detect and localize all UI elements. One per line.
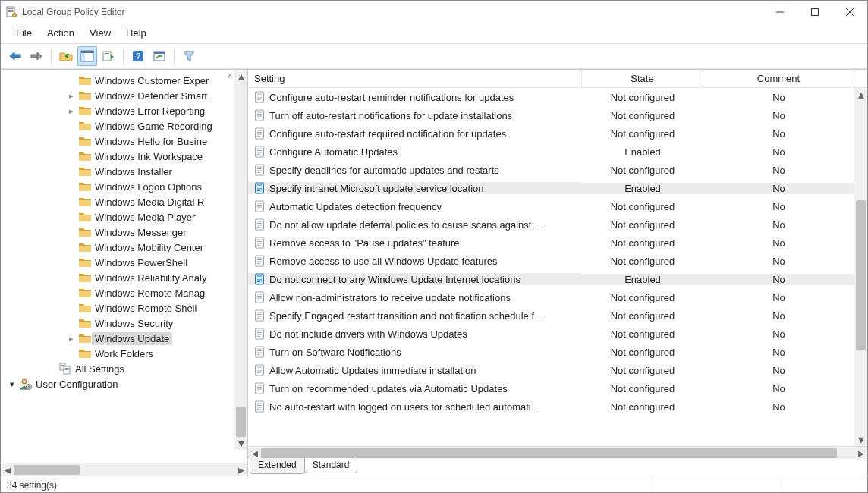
tree-horizontal-scrollbar[interactable]: ◂ ▸ [1, 463, 247, 476]
expander-collapsed-icon[interactable]: ▸ [64, 106, 78, 116]
policy-row[interactable]: Do not connect to any Windows Update Int… [248, 270, 854, 288]
tab-standard[interactable]: Standard [304, 458, 358, 473]
tree-item[interactable]: Windows Media Player [1, 209, 234, 225]
policy-row[interactable]: Configure Automatic UpdatesEnabledNo [248, 143, 854, 161]
scroll-down-icon[interactable]: ▾ [854, 433, 867, 446]
policy-row[interactable]: Configure auto-restart required notifica… [248, 124, 854, 143]
policy-row[interactable]: Turn on recommended updates via Automati… [248, 379, 854, 397]
policy-row[interactable]: Automatic Updates detection frequencyNot… [248, 197, 854, 215]
menu-item-file[interactable]: File [8, 26, 39, 40]
up-folder-icon[interactable] [56, 46, 76, 66]
tree-item[interactable]: All Settings [1, 361, 234, 376]
policy-settings-icon[interactable] [149, 46, 169, 66]
tree-item[interactable]: Windows Security [1, 316, 234, 331]
back-icon[interactable] [5, 46, 25, 66]
expander-expanded-icon[interactable]: ▾ [5, 379, 19, 389]
expander-collapsed-icon[interactable]: ▸ [64, 91, 78, 101]
scroll-thumb[interactable] [856, 200, 866, 350]
policy-row[interactable]: No auto-restart with logged on users for… [248, 397, 854, 416]
scroll-track[interactable] [261, 447, 854, 460]
policy-row[interactable]: Allow Automatic Updates immediate instal… [248, 361, 854, 379]
scroll-track[interactable] [234, 83, 247, 437]
tree-item[interactable]: Windows Customer Exper [1, 73, 234, 88]
menu-item-help[interactable]: Help [118, 26, 154, 40]
filter-icon[interactable] [179, 46, 199, 66]
policy-row[interactable]: Configure auto-restart reminder notifica… [248, 88, 854, 106]
menu-item-action[interactable]: Action [39, 26, 82, 40]
tree-item[interactable]: ▸Windows Update [1, 331, 234, 346]
tree-item[interactable]: ▸Windows Defender Smart [1, 88, 234, 103]
scroll-down-icon[interactable]: ▾ [234, 437, 247, 450]
tree-item[interactable]: Windows Remote Shell [1, 300, 234, 316]
scroll-up-icon[interactable]: ▴ [854, 88, 867, 101]
policy-row[interactable]: Turn off auto-restart notifications for … [248, 106, 854, 124]
tree-item[interactable]: Windows Media Digital R [1, 194, 234, 209]
tree-item[interactable]: Windows Hello for Busine [1, 133, 234, 149]
export-list-icon[interactable] [99, 46, 118, 66]
svg-rect-109 [256, 383, 264, 394]
menu-item-view[interactable]: View [82, 26, 118, 40]
scroll-left-icon[interactable]: ◂ [248, 447, 261, 460]
tree-item[interactable]: Windows Remote Manag [1, 285, 234, 300]
svg-rect-59 [256, 201, 264, 212]
scroll-left-icon[interactable]: ◂ [1, 463, 14, 476]
tree-item-label: User Configuration [33, 378, 121, 391]
tree-vertical-scrollbar[interactable]: ▴ ▾ [234, 70, 247, 450]
policy-row[interactable]: Specify intranet Microsoft update servic… [248, 179, 854, 197]
column-header-setting[interactable]: Setting [248, 70, 582, 87]
scroll-thumb[interactable] [261, 448, 837, 458]
folder-icon [78, 75, 92, 86]
policy-row[interactable]: Do not allow update deferral policies to… [248, 215, 854, 234]
tree-item[interactable]: ▾User Configuration [1, 376, 234, 391]
column-header-comment[interactable]: Comment [703, 70, 854, 87]
policy-comment: No [703, 128, 854, 140]
help-icon[interactable]: ? [128, 46, 148, 66]
tree-item-label: Windows Reliability Analy [92, 272, 209, 284]
policy-row[interactable]: Remove access to "Pause updates" feature… [248, 234, 854, 252]
policy-comment: No [703, 256, 854, 267]
tab-extended[interactable]: Extended [250, 459, 305, 474]
folder-icon [78, 318, 92, 328]
list-header: Setting State Comment [248, 70, 867, 88]
scroll-thumb[interactable] [236, 407, 246, 437]
tree-item[interactable]: Windows Installer [1, 164, 234, 179]
tree-item[interactable]: Windows Logon Options [1, 179, 234, 194]
show-hide-tree-icon[interactable] [77, 46, 97, 66]
close-button[interactable] [832, 1, 867, 24]
tree-item[interactable]: Windows Messenger [1, 225, 234, 240]
scroll-up-icon[interactable]: ▴ [234, 70, 247, 83]
tree-item[interactable]: Windows Mobility Center [1, 240, 234, 255]
policy-row[interactable]: Specify Engaged restart transition and n… [248, 306, 854, 325]
policy-row[interactable]: Allow non-administrators to receive upda… [248, 288, 854, 306]
policy-setting-name: Configure auto-restart reminder notifica… [269, 92, 514, 103]
tree-item-label: Windows Update [92, 332, 172, 345]
policy-row[interactable]: Specify deadlines for automatic updates … [248, 161, 854, 179]
tree-item-label: Windows Media Player [92, 211, 198, 224]
tree-item[interactable]: Windows Game Recording [1, 118, 234, 133]
list-horizontal-scrollbar[interactable]: ◂ ▸ [248, 446, 867, 459]
scroll-track[interactable] [14, 463, 234, 476]
maximize-button[interactable] [797, 1, 832, 24]
forward-icon[interactable] [27, 46, 46, 66]
scroll-thumb[interactable] [14, 465, 80, 475]
expander-collapsed-icon[interactable]: ▸ [64, 334, 78, 344]
column-header-state[interactable]: State [582, 70, 703, 87]
list-vertical-scrollbar[interactable]: ▴ ▾ [854, 88, 867, 446]
minimize-button[interactable] [763, 1, 797, 24]
scroll-right-icon[interactable]: ▸ [234, 463, 247, 476]
policy-row[interactable]: Remove access to use all Windows Update … [248, 252, 854, 270]
policy-state: Not configured [582, 110, 703, 121]
tree-item[interactable]: Work Folders [1, 346, 234, 361]
policy-row[interactable]: Do not include drivers with Windows Upda… [248, 325, 854, 343]
scroll-right-icon[interactable]: ▸ [854, 447, 867, 460]
tree-item[interactable]: Windows Ink Workspace [1, 149, 234, 164]
folder-icon [78, 272, 92, 283]
tree-item[interactable]: Windows PowerShell [1, 255, 234, 270]
policy-state: Not configured [582, 365, 703, 376]
scroll-track[interactable] [854, 101, 867, 433]
tree-item[interactable]: ▸Windows Error Reporting [1, 103, 234, 118]
policy-row[interactable]: Turn on Software NotificationsNot config… [248, 343, 854, 361]
policy-setting-name: Specify deadlines for automatic updates … [269, 165, 499, 176]
svg-rect-39 [256, 128, 264, 139]
tree-item[interactable]: Windows Reliability Analy [1, 270, 234, 285]
